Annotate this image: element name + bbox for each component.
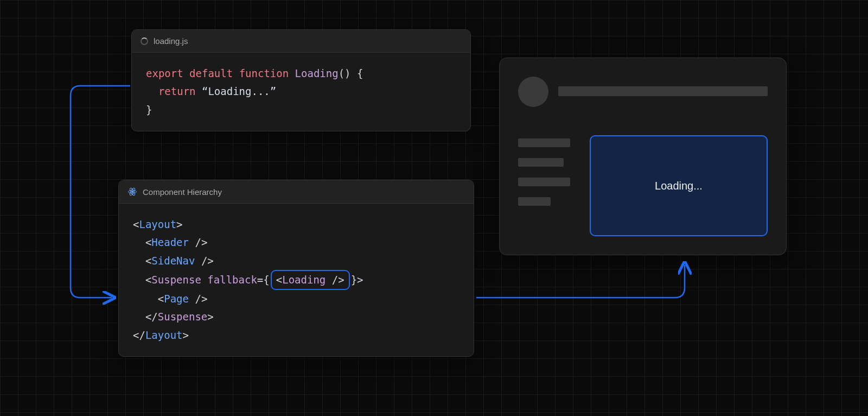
string-loading: “Loading...” (202, 85, 276, 97)
kw-export: export (146, 67, 183, 79)
panel-header-hierarchy: Component Hierarchy (119, 180, 474, 204)
panel-loading-js: loading.js export default function Loadi… (131, 29, 471, 131)
skeleton-avatar (518, 77, 548, 107)
tag-page: Page (164, 293, 189, 305)
tag-layout-close: Layout (145, 329, 183, 341)
tag-sidenav: SideNav (151, 255, 195, 267)
brace-open: { (357, 67, 363, 79)
parens: () (339, 67, 351, 79)
kw-function: function (239, 67, 289, 79)
skeleton-sidebar-item (518, 158, 564, 167)
kw-default: default (189, 67, 233, 79)
skeleton-sidebar-item (518, 178, 570, 186)
skeleton-headline (558, 86, 768, 96)
skeleton-sidebar-item (518, 138, 570, 147)
brace-close: } (146, 104, 152, 116)
panel-component-hierarchy: Component Hierarchy <Layout> <Header /> … (118, 180, 474, 357)
highlight-loading: <Loading /> (271, 270, 350, 290)
loading-text: Loading... (655, 180, 703, 192)
tag-layout: Layout (139, 218, 176, 230)
code-loading-js: export default function Loading() { retu… (132, 53, 470, 131)
skeleton-sidebar-item (518, 197, 551, 206)
panel-header-loading: loading.js (132, 30, 470, 53)
kw-return: return (158, 85, 196, 97)
loading-card: Loading... (590, 135, 768, 236)
svg-point-0 (132, 191, 133, 193)
spinner-icon (141, 37, 148, 45)
panel-title: loading.js (154, 36, 188, 46)
react-icon (127, 187, 137, 197)
attr-fallback: fallback (207, 274, 257, 286)
code-hierarchy: <Layout> <Header /> <SideNav /> <Suspens… (119, 204, 474, 356)
tag-suspense: Suspense (151, 274, 201, 286)
panel-title: Component Hierarchy (143, 187, 222, 197)
tag-loading: Loading (282, 274, 326, 286)
fn-name: Loading (295, 67, 339, 79)
tag-suspense-close: Suspense (158, 311, 208, 323)
tag-header: Header (151, 236, 189, 248)
browser-mock: Loading... (499, 58, 787, 255)
